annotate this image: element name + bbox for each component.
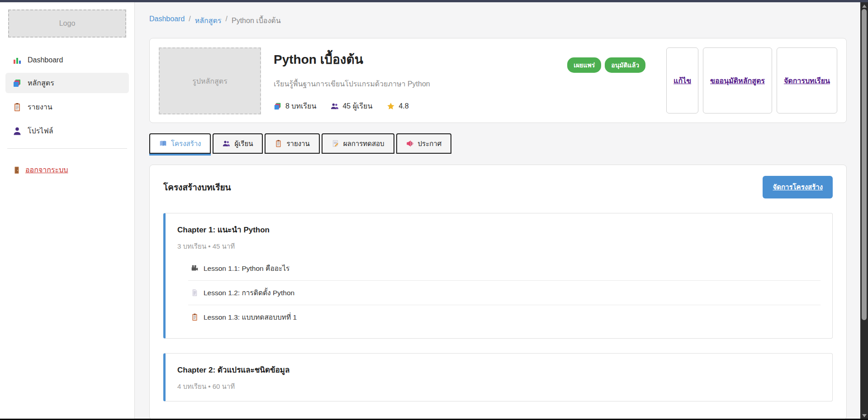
- users-icon: [331, 102, 339, 110]
- page-icon: [191, 289, 199, 297]
- person-icon: [13, 127, 22, 136]
- tab-students[interactable]: ผู้เรียน: [213, 133, 263, 154]
- structure-header: โครงสร้างบทเรียน จัดการโครงสร้าง: [163, 176, 833, 198]
- course-stat-students: 45 ผู้เรียน: [331, 100, 372, 112]
- chapter-title: Chapter 2: ตัวแปรและชนิดข้อมูล: [177, 363, 821, 376]
- main-content: Dashboard/หลักสูตร/Python เบื้องต้น รูปห…: [135, 2, 868, 420]
- tab-label: ผลการทดสอบ: [343, 138, 384, 149]
- star-icon: [387, 102, 395, 110]
- sidebar-divider: [7, 148, 127, 149]
- stat-label: 45 ผู้เรียน: [342, 100, 372, 112]
- chapter-meta: 4 บทเรียน • 60 นาที: [177, 381, 821, 392]
- structure-heading: โครงสร้างบทเรียน: [163, 180, 231, 194]
- lesson-title: Lesson 1.2: การติดตั้ง Python: [204, 287, 294, 298]
- course-stat-lessons: 8 บทเรียน: [274, 100, 316, 112]
- manage-structure-button[interactable]: จัดการโครงสร้าง: [763, 176, 833, 198]
- stat-label: 4.8: [398, 102, 408, 110]
- memo-icon: [332, 140, 339, 147]
- course-info: Python เบื้องต้น เรียนรู้พื้นฐานการเขียน…: [274, 47, 555, 113]
- lesson-item[interactable]: Lesson 1.2: การติดตั้ง Python: [188, 281, 821, 305]
- sidebar-item-reports[interactable]: รายงาน: [5, 97, 129, 117]
- books-icon: [13, 79, 22, 88]
- sidebar-nav: Dashboardหลักสูตรรายงานโปรไฟล์: [0, 51, 134, 141]
- sidebar-item-label: โปรไฟล์: [28, 125, 53, 137]
- megaphone-icon: [406, 140, 414, 147]
- course-stats: 8 บทเรียน45 ผู้เรียน4.8: [274, 100, 555, 112]
- chapter-card: Chapter 1: แนะนำ Python3 บทเรียน • 45 นา…: [163, 213, 833, 339]
- lesson-item[interactable]: Lesson 1.1: Python คืออะไร: [188, 256, 821, 281]
- lesson-title: Lesson 1.1: Python คืออะไร: [204, 263, 289, 274]
- scrollbar-thumb[interactable]: [862, 9, 867, 320]
- books-icon: [274, 102, 282, 110]
- course-header-card: รูปหลักสูตร Python เบื้องต้น เรียนรู้พื้…: [149, 38, 847, 123]
- chapter-meta: 3 บทเรียน • 45 นาที: [177, 241, 821, 252]
- action-box-manage-lessons: จัดการบทเรียน: [777, 47, 837, 113]
- breadcrumb-current: Python เบื้องต้น: [232, 15, 281, 26]
- action-box-edit: แก้ไข: [666, 47, 698, 113]
- sidebar-item-label: Dashboard: [28, 56, 63, 64]
- sidebar-item-profile[interactable]: โปรไฟล์: [5, 121, 129, 141]
- door-icon: [13, 166, 21, 174]
- scrollbar-track[interactable]: [860, 2, 868, 420]
- video-icon: [191, 264, 199, 272]
- manage-lessons-link[interactable]: จัดการบทเรียน: [784, 75, 830, 86]
- course-tabs: โครงสร้างผู้เรียนรายงานผลการทดสอบประกาศ: [149, 133, 847, 154]
- scroll-up-arrow-icon[interactable]: [862, 5, 867, 8]
- logout-label: ออกจากระบบ: [25, 164, 68, 175]
- structure-section-card: โครงสร้างบทเรียน จัดการโครงสร้าง Chapter…: [149, 165, 847, 420]
- tab-label: ผู้เรียน: [234, 138, 253, 149]
- status-badge-published: เผยแพร่: [567, 57, 601, 73]
- chapter-list: Chapter 1: แนะนำ Python3 บทเรียน • 45 นา…: [163, 213, 833, 401]
- tab-label: รายงาน: [286, 138, 309, 149]
- users-icon: [223, 140, 230, 147]
- course-image-label: รูปหลักสูตร: [192, 76, 228, 87]
- chapter-title: Chapter 1: แนะนำ Python: [177, 223, 821, 236]
- open-book-icon: [159, 140, 167, 147]
- lesson-list: Lesson 1.1: Python คืออะไรLesson 1.2: กา…: [188, 256, 821, 329]
- chapter-card: Chapter 2: ตัวแปรและชนิดข้อมูล4 บทเรียน …: [163, 353, 833, 401]
- lesson-title: Lesson 1.3: แบบทดสอบบทที่ 1: [204, 311, 297, 323]
- breadcrumb-link[interactable]: Dashboard: [149, 15, 185, 26]
- request-approval-link[interactable]: ขออนุมัติหลักสูตร: [710, 75, 765, 86]
- sidebar-item-courses[interactable]: หลักสูตร: [5, 73, 129, 93]
- course-description: เรียนรู้พื้นฐานการเขียนโปรแกรมด้วยภาษา P…: [274, 78, 555, 90]
- tab-reports[interactable]: รายงาน: [265, 133, 319, 154]
- action-box-request-approval: ขออนุมัติหลักสูตร: [703, 47, 772, 113]
- scroll-down-arrow-icon[interactable]: [862, 414, 867, 417]
- tab-test-results[interactable]: ผลการทดสอบ: [322, 133, 394, 154]
- logo: Logo: [8, 9, 126, 38]
- status-badge-approved: อนุมัติแล้ว: [605, 57, 645, 73]
- breadcrumb: Dashboard/หลักสูตร/Python เบื้องต้น: [149, 15, 847, 26]
- stat-label: 8 บทเรียน: [285, 100, 316, 112]
- logout-link[interactable]: ออกจากระบบ: [0, 161, 134, 178]
- sidebar-item-label: หลักสูตร: [28, 77, 54, 89]
- tab-label: ประกาศ: [418, 138, 442, 149]
- app-layout: Logo Dashboardหลักสูตรรายงานโปรไฟล์ ออกจ…: [0, 2, 868, 420]
- course-title: Python เบื้องต้น: [274, 49, 555, 69]
- sidebar-item-label: รายงาน: [28, 101, 52, 113]
- tab-announcements[interactable]: ประกาศ: [396, 133, 452, 154]
- sidebar-item-dashboard[interactable]: Dashboard: [5, 51, 129, 69]
- tab-structure[interactable]: โครงสร้าง: [149, 133, 211, 154]
- bar-chart-icon: [13, 56, 22, 65]
- logo-label: Logo: [59, 19, 76, 28]
- sidebar: Logo Dashboardหลักสูตรรายงานโปรไฟล์ ออกจ…: [0, 2, 135, 420]
- clipboard-icon: [275, 140, 282, 147]
- status-badges: เผยแพร่อนุมัติแล้ว: [567, 57, 645, 73]
- course-image-placeholder: รูปหลักสูตร: [159, 47, 261, 114]
- edit-link[interactable]: แก้ไข: [674, 75, 691, 86]
- clipboard-icon: [13, 103, 22, 112]
- breadcrumb-separator: /: [189, 15, 190, 26]
- breadcrumb-link[interactable]: หลักสูตร: [195, 15, 222, 26]
- clipboard-icon: [191, 313, 199, 321]
- tab-label: โครงสร้าง: [171, 138, 201, 149]
- course-stat-rating: 4.8: [387, 102, 408, 110]
- lesson-item[interactable]: Lesson 1.3: แบบทดสอบบทที่ 1: [188, 305, 821, 329]
- breadcrumb-separator: /: [226, 15, 228, 26]
- course-action-boxes: แก้ไขขออนุมัติหลักสูตรจัดการบทเรียน: [666, 47, 837, 113]
